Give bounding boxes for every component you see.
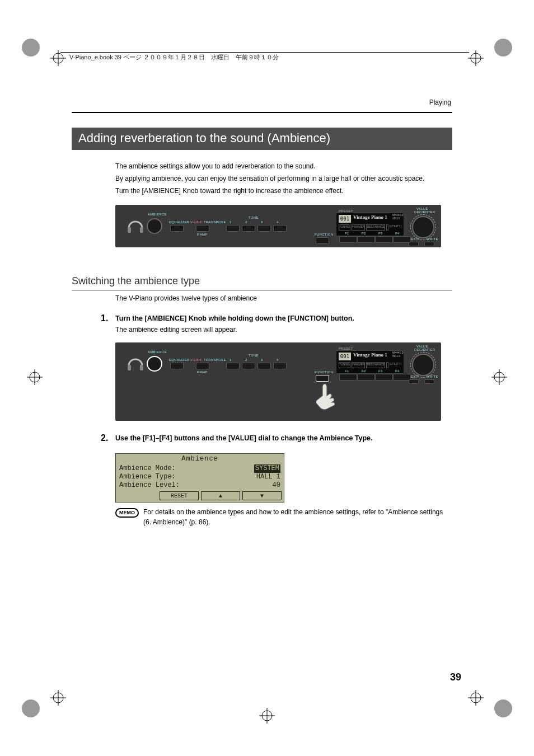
- panel-label-ramp: RAMP: [197, 370, 208, 374]
- panel-label-exit: EXIT: [411, 375, 419, 378]
- panel-label-transpose: TRANSPOSE: [204, 358, 226, 361]
- panel-button-icon: [375, 374, 393, 381]
- panel-label-f: F3: [378, 232, 383, 235]
- panel-label-tone: TONE: [249, 216, 259, 219]
- lcd-row-label: Ambience Type:: [119, 473, 176, 481]
- panel-button-icon: [196, 363, 209, 369]
- svg-rect-29: [128, 227, 131, 233]
- intro-line: By applying ambience, you can enjoy the …: [115, 173, 451, 184]
- panel-illustration-with-finger: AMBIENCE EQUALIZER V-LINK TRANSPOSE RAMP…: [115, 342, 441, 421]
- panel-label-tone-num: 4: [277, 358, 279, 361]
- panel-label-function: FUNCTION: [315, 370, 333, 374]
- panel-button-icon: [273, 225, 287, 232]
- panel-label-tone-num: 3: [261, 358, 263, 361]
- panel-button-icon: [424, 242, 434, 246]
- panel-button-icon: [196, 225, 209, 232]
- value-dial-icon: [412, 216, 434, 238]
- page: V-Piano_e.book 39 ページ ２００９年１月２８日 水曜日 午前９…: [0, 0, 534, 756]
- panel-button-icon: [273, 363, 287, 369]
- panel-button-icon: [357, 374, 375, 381]
- step-number: 2.: [101, 433, 115, 445]
- ambience-knob-highlight-icon: [147, 356, 162, 372]
- svg-point-7: [498, 703, 508, 713]
- panel-label-tone-num: 4: [277, 220, 279, 224]
- lcd-fn-button: [118, 491, 157, 500]
- panel-button-icon: [170, 225, 184, 232]
- panel-button-icon: [242, 363, 255, 369]
- sub-intro: The V-Piano provides twelve types of amb…: [115, 293, 451, 303]
- intro-line: The ambience settings allow you to add r…: [115, 161, 451, 171]
- panel-label-vlink: V-LINK: [190, 358, 202, 361]
- panel-button-icon: [357, 236, 375, 243]
- value-dial-icon: [412, 354, 434, 376]
- lcd-row-value: 40: [273, 481, 280, 490]
- panel-display-num: 001: [339, 215, 351, 223]
- panel-label-f: F1: [345, 232, 349, 235]
- crosshair-icon: [468, 690, 484, 706]
- lcd-row: Ambience Level: 40: [119, 481, 280, 490]
- crosshair-icon: [468, 50, 484, 66]
- lcd-fn-row: RESET ▲ ▼: [116, 490, 284, 502]
- panel-button-icon: [226, 225, 240, 232]
- panel-label-tone-num: 2: [245, 220, 247, 224]
- lcd-title: Ambience: [116, 454, 284, 463]
- panel-button-icon: [424, 379, 434, 384]
- step-list: 1. Turn the [AMBIENCE] Knob while holdin…: [101, 313, 452, 334]
- headphone-icon: [127, 355, 144, 373]
- panel-display-num: 001: [339, 353, 351, 360]
- panel-label-ambience: AMBIENCE: [148, 213, 167, 216]
- panel-label-f: F2: [362, 232, 366, 235]
- header-rule: [60, 52, 469, 53]
- step-number: 1.: [101, 313, 115, 334]
- panel-display-sub: M=440.0±0.1 0: [392, 213, 404, 220]
- panel-button-icon: [339, 236, 357, 243]
- headphone-icon: [127, 217, 144, 235]
- panel-button-icon: [242, 225, 255, 232]
- panel-button-icon: [409, 379, 419, 384]
- panel-illustration: AMBIENCE EQUALIZER V-LINK TRANSPOSE RAMP…: [115, 205, 441, 247]
- panel-display-sub: M=440.0±0.1 0: [392, 351, 404, 358]
- heading-1: Adding reverberation to the sound (Ambie…: [72, 128, 452, 150]
- step-body: Turn the [AMBIENCE] Knob while holding d…: [115, 313, 452, 334]
- panel-button-icon: [375, 236, 393, 243]
- panel-button-icon: [339, 374, 357, 381]
- lcd-fn-button: ▼: [242, 491, 282, 500]
- panel-label-ramp: RAMP: [197, 233, 208, 236]
- panel-label-preset: PRESET: [339, 209, 353, 213]
- panel-label-vlink: V-LINK: [190, 220, 202, 224]
- memo: MEMO For details on the ambience types a…: [115, 507, 451, 527]
- panel-label-f: F3: [378, 369, 383, 373]
- panel-label-tone-num: 1: [229, 358, 232, 361]
- running-header: Playing: [429, 98, 451, 106]
- panel-display-title: Vintage Piano 1: [353, 352, 387, 358]
- panel-label-preset: PRESET: [339, 347, 353, 350]
- page-number: 39: [450, 672, 461, 683]
- panel-label-f: F4: [395, 369, 400, 373]
- panel-button-icon: [257, 225, 271, 232]
- svg-point-5: [26, 703, 36, 713]
- panel-label-f: F1: [345, 369, 349, 373]
- heading-2: Switching the ambience type: [72, 275, 452, 291]
- panel-label-transpose: TRANSPOSE: [204, 220, 226, 224]
- step-list: 2. Use the [F1]–[F4] buttons and the [VA…: [101, 433, 452, 445]
- panel-button-icon: [257, 363, 271, 369]
- panel-label-dec-enter: DEC/ENTER: [414, 348, 435, 351]
- regmark-top-right: [492, 36, 514, 59]
- panel-button-icon: [170, 363, 184, 369]
- panel-label-equalizer: EQUALIZER: [169, 358, 190, 361]
- panel-display-title: Vintage Piano 1: [353, 214, 387, 220]
- panel-display-row: TUNINGHAMMERRESONANCE[UTILITY]: [339, 224, 401, 231]
- panel-button-icon: [226, 363, 240, 369]
- panel-label-tone-num: 2: [245, 358, 247, 361]
- panel-label-f: F2: [362, 369, 366, 373]
- regmark-top-left: [20, 36, 42, 59]
- svg-point-1: [26, 43, 36, 53]
- memo-badge: MEMO: [115, 508, 139, 518]
- memo-text: For details on the ambience types and ho…: [143, 507, 451, 527]
- ambience-knob-icon: [147, 218, 162, 234]
- intro-paragraphs: The ambience settings allow you to add r…: [115, 161, 451, 196]
- regmark-bottom-left: [20, 697, 42, 720]
- lcd-row: Ambience Mode: SYSTEM: [119, 464, 280, 473]
- panel-button-highlight-icon: [316, 375, 329, 382]
- crosshair-icon: [259, 708, 275, 724]
